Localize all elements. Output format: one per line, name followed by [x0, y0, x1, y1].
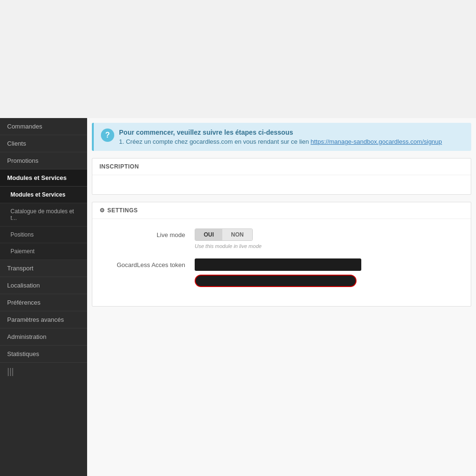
settings-section: ⚙SETTINGS Live mode OUI NON Use this mod…	[92, 202, 471, 307]
live-mode-oui-btn[interactable]: OUI	[195, 229, 222, 240]
sidebar-item-promotions[interactable]: Promotions	[0, 152, 87, 169]
live-mode-non-btn[interactable]: NON	[222, 229, 252, 240]
content-area: ? Pour commencer, veuillez suivre les ét…	[87, 118, 476, 476]
sidebar-item-administration[interactable]: Administration	[0, 328, 87, 346]
info-title: Pour commencer, veuillez suivre les étap…	[119, 129, 442, 136]
sidebar-item-localisation[interactable]: Localisation	[0, 277, 87, 294]
sidebar-item-modules-services[interactable]: Modules et Services	[0, 169, 87, 187]
signup-link[interactable]: https://manage-sandbox.gocardless.com/si…	[311, 138, 442, 145]
live-mode-label: Live mode	[99, 228, 195, 238]
info-text: Pour commencer, veuillez suivre les étap…	[119, 129, 442, 145]
gear-icon: ⚙	[99, 207, 105, 214]
sidebar-item-positions[interactable]: Positions	[0, 227, 87, 243]
live-mode-row: Live mode OUI NON Use this module in liv…	[99, 228, 464, 249]
sidebar-item-modules-services-sub[interactable]: Modules et Services	[0, 187, 87, 203]
token-control	[195, 258, 464, 287]
sidebar-bottom-icon[interactable]: |||	[0, 363, 87, 380]
settings-body: Live mode OUI NON Use this module in liv…	[92, 219, 471, 306]
info-banner: ? Pour commencer, veuillez suivre les ét…	[92, 123, 471, 151]
inscription-section: INSCRIPTION	[92, 158, 471, 195]
inscription-header: INSCRIPTION	[92, 159, 471, 175]
token-row: GocardLess Acces token	[99, 258, 464, 287]
sidebar-item-paiement[interactable]: Paiement	[0, 243, 87, 260]
token-input-redacted[interactable]	[195, 258, 361, 271]
live-mode-hint: Use this module in live mode	[195, 243, 464, 249]
info-icon: ?	[101, 129, 114, 142]
inscription-body	[92, 175, 471, 194]
token-label: GocardLess Acces token	[99, 258, 195, 268]
sidebar-item-preferences[interactable]: Préférences	[0, 294, 87, 311]
sidebar-item-statistiques[interactable]: Statistiques	[0, 346, 87, 363]
settings-header: ⚙SETTINGS	[92, 202, 471, 219]
sidebar-item-transport[interactable]: Transport	[0, 260, 87, 277]
token-input-oval-redacted[interactable]	[195, 275, 357, 287]
main-layout: Commandes Clients Promotions Modules et …	[0, 118, 476, 476]
live-mode-toggle[interactable]: OUI NON	[195, 228, 253, 241]
live-mode-control: OUI NON Use this module in live mode	[195, 228, 464, 249]
sidebar: Commandes Clients Promotions Modules et …	[0, 118, 87, 476]
top-bar	[0, 0, 476, 118]
sidebar-item-commandes[interactable]: Commandes	[0, 118, 87, 135]
sidebar-item-catalogue-modules[interactable]: Catalogue de modules et t...	[0, 203, 87, 227]
sidebar-item-clients[interactable]: Clients	[0, 135, 87, 152]
sidebar-item-parametres-avances[interactable]: Paramètres avancés	[0, 311, 87, 328]
info-step1: 1. Créez un compte chez gocardless.com e…	[119, 138, 442, 145]
